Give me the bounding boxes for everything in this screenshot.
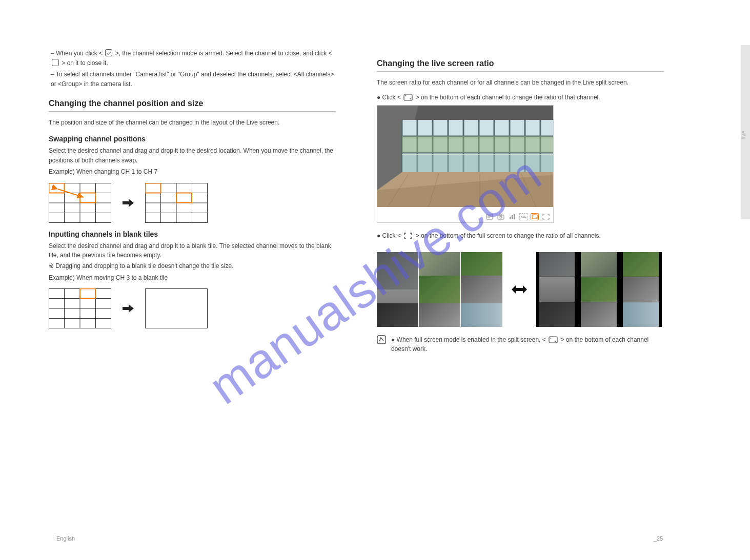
side-tab: live — [741, 45, 750, 219]
close-channel-instruction: – When you click < >, the channel select… — [51, 49, 336, 68]
svg-rect-58 — [498, 215, 504, 219]
swap-after-grid — [145, 183, 208, 223]
swap-before-grid — [49, 183, 111, 223]
blank-note: ※ Dragging and dropping to a blank tile … — [49, 261, 336, 271]
svg-point-60 — [500, 216, 502, 218]
sub-title-swap: Swapping channel positions — [49, 135, 336, 143]
checked-box-icon — [105, 49, 112, 56]
svg-rect-67 — [377, 336, 386, 344]
svg-rect-59 — [499, 214, 501, 215]
page-footer: English _25 — [0, 535, 750, 542]
left-column: – When you click < >, the channel select… — [49, 49, 336, 354]
svg-rect-18 — [176, 193, 192, 202]
right-column: Changing the live screen ratio The scree… — [377, 49, 664, 354]
svg-rect-7 — [49, 183, 65, 193]
swap-desc: Select the desired channel and drag and … — [49, 146, 336, 165]
svg-point-69 — [551, 338, 552, 339]
select-all-instruction: – To select all channels under "Camera l… — [51, 70, 336, 89]
svg-rect-47 — [402, 136, 554, 153]
svg-rect-64 — [532, 215, 537, 219]
fullscreen-icon[interactable] — [542, 213, 550, 220]
single-channel-preview: ALL — [377, 105, 554, 223]
svg-rect-26 — [80, 289, 95, 299]
svg-point-65 — [533, 215, 534, 216]
arrow-right-icon — [123, 304, 134, 313]
aspect-single-icon — [403, 94, 413, 101]
svg-rect-61 — [510, 217, 511, 219]
blank-desc: Select the desired channel and drag and … — [49, 241, 336, 260]
multi-diagram — [377, 252, 664, 327]
svg-point-28 — [406, 95, 407, 96]
blank-diagram — [49, 288, 336, 328]
section-title-change-position-size: Changing the channel position and size — [49, 99, 336, 112]
aspect-single-icon — [549, 336, 558, 343]
multi-before — [377, 252, 502, 327]
ratio-lead: The screen ratio for each channel or for… — [377, 78, 664, 88]
arrow-right-icon — [123, 199, 134, 207]
capture-icon[interactable] — [497, 213, 505, 220]
stats-icon[interactable] — [508, 213, 516, 220]
sub-title-blank: Inputting channels in blank tiles — [49, 230, 336, 238]
svg-rect-63 — [514, 214, 515, 219]
side-tab-label: live — [741, 131, 746, 139]
aspect-all-icon — [403, 232, 413, 239]
note-icon — [377, 335, 386, 344]
svg-rect-8 — [80, 193, 95, 202]
single-channel-scene — [377, 106, 553, 207]
ratio-single-instruction: ● Click < > on the bottom of each channe… — [377, 93, 664, 102]
blank-after-box — [145, 288, 208, 328]
swap-diagram — [49, 183, 336, 223]
info-icon[interactable] — [485, 213, 494, 220]
svg-rect-62 — [512, 215, 513, 219]
footer-language: English — [56, 535, 75, 542]
swap-example: Example) When changing CH 1 to CH 7 — [49, 167, 336, 177]
section-desc: The position and size of the channel can… — [49, 118, 336, 128]
ratio-icon[interactable] — [531, 213, 539, 220]
all-icon[interactable]: ALL — [519, 213, 528, 220]
svg-point-66 — [536, 217, 537, 218]
svg-point-29 — [410, 98, 411, 99]
blank-example: Example) When moving CH 3 to a blank til… — [49, 273, 336, 283]
multi-after — [536, 252, 662, 327]
unchecked-box-icon — [52, 59, 59, 66]
section-title-ratio: Changing the live screen ratio — [377, 59, 664, 72]
blank-before-grid — [49, 288, 111, 328]
footer-page: _25 — [654, 535, 663, 542]
ratio-note: ● When full screen mode is enabled in th… — [377, 335, 664, 354]
svg-rect-68 — [549, 337, 557, 343]
double-arrow-icon — [512, 285, 527, 294]
svg-rect-17 — [146, 183, 161, 193]
svg-rect-27 — [404, 94, 412, 100]
ratio-multi-instruction: ● Click < > on the bottom of the full sc… — [377, 231, 664, 241]
svg-point-70 — [555, 341, 556, 342]
svg-rect-48 — [402, 155, 554, 172]
channel-toolbar: ALL — [485, 213, 550, 220]
